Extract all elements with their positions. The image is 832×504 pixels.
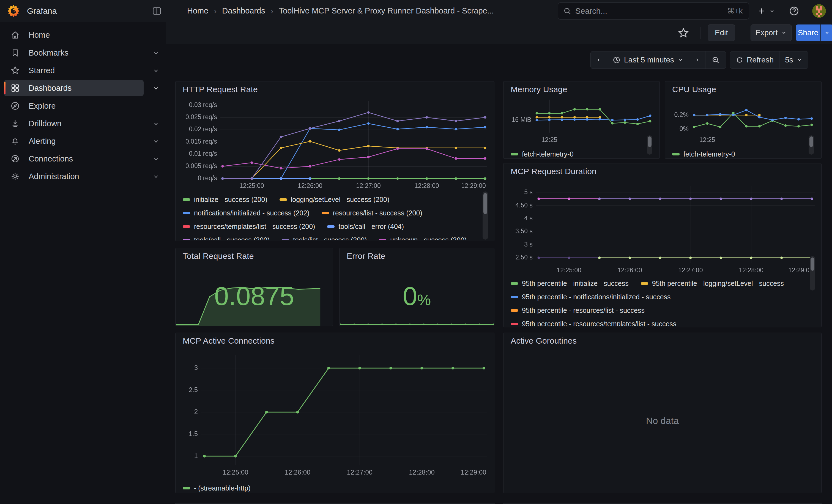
panel-title[interactable]: Error Rate xyxy=(347,251,385,261)
sidebar-item-dashboards[interactable]: Dashboards xyxy=(4,80,144,96)
breadcrumb: Home › Dashboards › ToolHive MCP Server … xyxy=(187,0,494,22)
legend-item[interactable]: tools/call - error (404) xyxy=(327,222,404,231)
sidebar-toggle-icon[interactable] xyxy=(152,6,162,16)
legend-item[interactable]: 95th percentile - notifications/initiali… xyxy=(511,293,671,301)
legend-swatch xyxy=(183,487,190,489)
breadcrumb-home[interactable]: Home xyxy=(187,6,208,16)
breadcrumb-dashboards[interactable]: Dashboards xyxy=(222,6,265,16)
sidebar-item-bookmarks[interactable]: Bookmarks xyxy=(4,45,144,61)
error-rate-sparkline xyxy=(340,318,494,325)
connections-icon xyxy=(10,154,20,164)
refresh-button[interactable]: Refresh xyxy=(730,51,779,69)
chart-legend: - (streamable-http) xyxy=(183,481,482,493)
legend-swatch xyxy=(379,239,386,240)
breadcrumb-current[interactable]: ToolHive MCP Server & Proxy Runner Dashb… xyxy=(279,6,494,16)
chevron-down-icon xyxy=(677,57,683,63)
chevron-down-icon[interactable] xyxy=(152,120,160,127)
panel-title[interactable]: MCP Request Duration xyxy=(511,167,597,176)
legend-item[interactable]: 95th percentile - resources/list - succe… xyxy=(511,307,645,314)
sidebar-item-alerting[interactable]: Alerting xyxy=(4,133,144,149)
time-range-picker[interactable]: Last 5 minutes xyxy=(607,51,689,69)
panel-mcp-request-duration: MCP Request Duration 95th percentile - i… xyxy=(503,163,822,327)
edit-button[interactable]: Edit xyxy=(708,25,735,41)
legend-swatch xyxy=(672,153,680,155)
legend-item[interactable]: 95th percentile - initialize - success xyxy=(511,280,629,288)
chevron-down-icon[interactable] xyxy=(152,85,160,92)
chevron-down-icon[interactable] xyxy=(152,50,160,57)
legend-item[interactable]: notifications/initialized - success (202… xyxy=(183,209,310,217)
share-button-label: Share xyxy=(798,28,818,37)
toolbar-divider xyxy=(700,27,701,39)
legend-item[interactable]: logging/setLevel - success (200) xyxy=(280,195,390,204)
search-shortcut: ⌘+k xyxy=(727,7,743,16)
legend-swatch xyxy=(511,323,518,325)
next-row-panel-edge xyxy=(175,503,495,504)
sidebar-item-connections[interactable]: Connections xyxy=(4,151,144,167)
legend-swatch xyxy=(183,239,190,240)
chevron-down-icon[interactable] xyxy=(152,155,160,163)
legend-item[interactable]: - (streamable-http) xyxy=(183,484,251,492)
stat-value: 0% xyxy=(339,281,494,311)
time-shift-back-button[interactable] xyxy=(591,51,607,69)
sidebar-item-drilldown[interactable]: Drilldown xyxy=(4,115,144,132)
legend-item[interactable]: fetch-telemetry-0 xyxy=(511,150,574,158)
help-button[interactable] xyxy=(788,5,800,17)
legend-item[interactable]: unknown - success (200) xyxy=(379,236,467,240)
chart-legend: fetch-telemetry-0 xyxy=(672,148,809,158)
legend-item[interactable]: tools/list - success (200) xyxy=(282,236,367,240)
export-button[interactable]: Export xyxy=(751,25,792,41)
legend-item[interactable]: resources/templates/list - success (200) xyxy=(183,222,315,231)
legend-item[interactable]: 95th percentile - resources/templates/li… xyxy=(511,320,676,326)
panel-title[interactable]: HTTP Request Rate xyxy=(183,85,258,94)
panel-title[interactable]: CPU Usage xyxy=(672,85,716,94)
share-menu-button[interactable] xyxy=(821,25,832,41)
http-request-rate-chart[interactable] xyxy=(179,99,491,193)
legend-item[interactable]: fetch-telemetry-0 xyxy=(672,150,735,158)
legend-item[interactable]: initialize - success (200) xyxy=(183,195,267,204)
grafana-app: Grafana Home › Dashboards › ToolHive MCP… xyxy=(0,0,832,504)
memory-usage-chart[interactable] xyxy=(507,97,656,147)
mcp-active-connections-chart[interactable] xyxy=(179,349,491,479)
panel-title[interactable]: Active Goroutines xyxy=(511,336,577,346)
panel-title[interactable]: Memory Usage xyxy=(511,85,567,94)
refresh-interval-picker[interactable]: 5s xyxy=(779,51,808,69)
grafana-logo-icon[interactable] xyxy=(7,4,20,17)
add-button[interactable] xyxy=(756,5,767,17)
legend-swatch xyxy=(327,225,335,228)
cpu-usage-chart[interactable] xyxy=(669,97,817,147)
legend-item[interactable]: resources/list - success (200) xyxy=(322,209,422,217)
legend-scrollbar[interactable] xyxy=(810,256,815,291)
search-icon xyxy=(563,7,571,15)
sidebar-item-administration[interactable]: Administration xyxy=(4,168,144,184)
mcp-request-duration-chart[interactable] xyxy=(507,181,818,277)
legend-scrollbar[interactable] xyxy=(809,135,814,155)
panel-title[interactable]: Total Request Rate xyxy=(183,251,254,261)
gear-icon xyxy=(10,171,20,182)
legend-item[interactable]: tools/call - success (200) xyxy=(183,236,270,240)
chevron-down-icon[interactable] xyxy=(152,138,160,145)
legend-scrollbar[interactable] xyxy=(647,135,652,155)
user-avatar[interactable] xyxy=(812,4,826,18)
share-button[interactable]: Share xyxy=(796,25,821,41)
sidebar-item-explore[interactable]: Explore xyxy=(4,98,144,114)
chevron-down-icon[interactable] xyxy=(152,173,160,180)
panel-title[interactable]: MCP Active Connections xyxy=(183,336,275,346)
sidebar-item-starred[interactable]: Starred xyxy=(4,62,144,78)
favorite-star-button[interactable] xyxy=(677,27,690,39)
time-shift-forward-button[interactable] xyxy=(689,51,705,69)
sidebar-item-label: Administration xyxy=(29,172,79,181)
clock-icon xyxy=(613,56,621,64)
legend-scrollbar[interactable] xyxy=(483,191,488,240)
add-menu-chevron[interactable] xyxy=(768,5,776,17)
legend-swatch xyxy=(183,225,190,228)
chevron-down-icon[interactable] xyxy=(152,67,160,74)
sidebar-item-home[interactable]: Home xyxy=(4,27,144,43)
chevron-down-icon xyxy=(781,30,787,36)
zoom-out-button[interactable] xyxy=(705,51,726,69)
top-navbar: Grafana Home › Dashboards › ToolHive MCP… xyxy=(0,0,832,22)
chevron-down-icon xyxy=(797,57,803,63)
next-row-panel-edge xyxy=(503,503,822,504)
legend-item[interactable]: 95th percentile - logging/setLevel - suc… xyxy=(641,280,784,288)
sidebar-item-label: Alerting xyxy=(29,137,56,146)
search-input[interactable]: Search... ⌘+k xyxy=(558,2,749,20)
